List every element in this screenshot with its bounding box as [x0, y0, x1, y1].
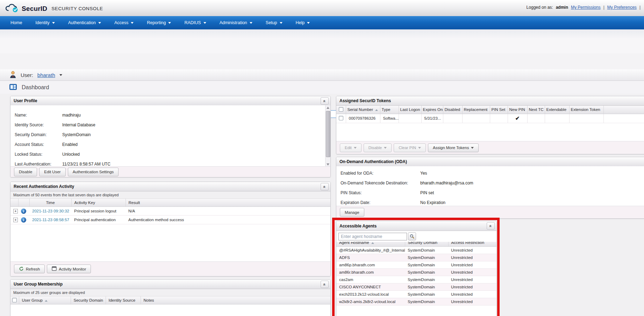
agent-row[interactable]: am86r.bharath.com SystemDomain Unrestric…: [336, 269, 496, 276]
field-label: Identity Source:: [15, 122, 44, 127]
field-label: On-Demand Tokencode Destination:: [341, 181, 408, 185]
quick-search-bar: ? Last Name Internal Database: [0, 53, 644, 70]
last-logon-column-header[interactable]: Last Logon: [399, 106, 421, 114]
activity-time-link[interactable]: 2021-11-23 09:30:32: [32, 209, 69, 213]
authentication-settings-button[interactable]: Authentication Settings: [68, 168, 119, 176]
new-pin-column-header[interactable]: New PIN: [508, 106, 527, 114]
info-icon[interactable]: i: [21, 217, 26, 223]
scroll-up-icon[interactable]: [327, 107, 329, 109]
session-info: Logged on as: admin My Permissions | My …: [527, 5, 641, 10]
manage-oda-button[interactable]: Manage: [340, 208, 364, 217]
nav-reporting[interactable]: Reporting: [147, 20, 171, 25]
disabled-column-header[interactable]: Disabled: [443, 106, 462, 114]
token-disable-button[interactable]: Disable: [364, 143, 392, 152]
agent-hostname-search-input[interactable]: [338, 233, 407, 240]
agent-hostname-cell: am86r.bharath.com: [336, 269, 405, 276]
time-column-header[interactable]: Time: [29, 199, 71, 207]
collapse-icon[interactable]: «: [321, 97, 329, 105]
agent-restriction-cell: Unrestricted: [448, 298, 496, 306]
chevron-down-icon: [471, 147, 474, 149]
collapse-icon[interactable]: «: [321, 281, 329, 288]
extension-token-column-header[interactable]: Extension Token: [569, 106, 603, 114]
brand-suffix: SECURITY CONSOLE: [51, 6, 103, 11]
result-column-header[interactable]: Result: [126, 199, 330, 207]
disable-user-button[interactable]: Disable: [14, 168, 37, 176]
token-row: 000709786326 Softwa... 5/31/23... ✔: [336, 114, 644, 123]
agent-restriction-cell: Unrestricted: [448, 283, 496, 291]
assign-more-tokens-button[interactable]: Assign More Tokens: [428, 143, 479, 152]
security-domain-column-header[interactable]: Security Domain: [71, 296, 106, 304]
assigned-tokens-title: Assigned SecurID Tokens: [339, 98, 391, 103]
token-pin-set-cell: [490, 114, 508, 123]
user-label: User:: [21, 72, 33, 78]
identity-source-column-header[interactable]: Identity Source: [106, 296, 141, 304]
user-group-column-header[interactable]: User Group: [19, 296, 71, 304]
security-console-app: SecurID SECURITY CONSOLE Logged on as: a…: [0, 0, 644, 316]
select-all-checkbox[interactable]: [339, 107, 343, 112]
page-title: Dashboard: [22, 84, 49, 91]
token-expires-cell: 5/31/23...: [421, 114, 443, 123]
agent-restriction-cell: Unrestricted: [448, 254, 496, 261]
row-checkbox[interactable]: [339, 116, 343, 120]
activity-key-column-header[interactable]: Activity Key: [71, 199, 126, 207]
scroll-down-icon[interactable]: [327, 163, 329, 166]
expand-icon[interactable]: +: [13, 218, 18, 222]
nav-setup[interactable]: Setup: [266, 20, 282, 25]
type-column-header[interactable]: Type: [380, 106, 399, 114]
chevron-down-icon[interactable]: [59, 74, 62, 76]
agent-row[interactable]: ADFS SystemDomain Unrestricted: [336, 254, 496, 261]
user-name-link[interactable]: bharath: [37, 72, 55, 78]
serial-number-column-header[interactable]: Serial Number: [346, 106, 380, 114]
agent-domain-cell: SystemDomain: [405, 276, 448, 283]
monitor-window-icon: [52, 266, 57, 272]
agent-row[interactable]: am86p.bharath.com SystemDomain Unrestric…: [336, 261, 496, 269]
notes-column-header[interactable]: Notes: [141, 296, 330, 304]
nav-administration[interactable]: Administration: [220, 20, 252, 25]
scrollbar[interactable]: [325, 105, 330, 167]
agent-row[interactable]: cas2am SystemDomain Unrestricted: [336, 276, 496, 283]
agents-table: Agent Hostname Security Domain Access Re…: [336, 239, 496, 306]
expires-on-column-header[interactable]: Expires On: [421, 106, 443, 114]
nav-authentication[interactable]: Authentication: [68, 20, 101, 25]
refresh-button[interactable]: Refresh: [14, 265, 45, 273]
my-preferences-link[interactable]: My Preferences: [607, 5, 637, 10]
nav-help[interactable]: Help: [296, 20, 310, 25]
agent-row[interactable]: exch2013.2k12-vcloud.local SystemDomain …: [336, 291, 496, 298]
select-all-checkbox[interactable]: [12, 298, 17, 302]
activity-row: + i 2021-11-23 08:58:57 Principal authen…: [10, 216, 330, 224]
nav-identity[interactable]: Identity: [35, 20, 55, 25]
main-nav: Home Identity Authentication Access Repo…: [0, 16, 644, 29]
info-icon[interactable]: i: [21, 209, 26, 214]
field-value: PIN set: [420, 190, 434, 195]
agent-row[interactable]: CISCO ANYCONNECT SystemDomain Unrestrict…: [336, 283, 496, 291]
replacement-column-header[interactable]: Replacement: [462, 106, 490, 114]
collapse-icon[interactable]: «: [487, 222, 495, 230]
agent-row[interactable]: w2k8r2-amis.2k8r2-vcloud.local SystemDom…: [336, 298, 496, 306]
chevron-down-icon: [168, 22, 171, 24]
scrollbar-thumb[interactable]: [326, 111, 330, 157]
assigned-tokens-panel: Assigned SecurID Tokens Serial Number Ty…: [336, 96, 644, 154]
recent-activity-table: Time Activity Key Result + i 2021-11-23 …: [10, 199, 330, 224]
field-value: Internal Database: [62, 122, 95, 127]
next-tc-column-header[interactable]: Next TC: [527, 106, 545, 114]
field-value: SystemDomain: [62, 132, 91, 137]
my-permissions-link[interactable]: My Permissions: [571, 5, 601, 10]
activity-time-link[interactable]: 2021-11-23 08:58:57: [32, 218, 69, 222]
activity-monitor-button[interactable]: Activity Monitor: [47, 265, 91, 273]
nav-home[interactable]: Home: [10, 20, 22, 25]
oda-panel: On-Demand Authentication (ODA) Enabled f…: [336, 157, 644, 219]
expand-icon[interactable]: +: [13, 209, 18, 213]
pin-set-column-header[interactable]: PIN Set: [490, 106, 508, 114]
token-edit-button[interactable]: Edit: [340, 143, 362, 152]
agent-restriction-cell: Unrestricted: [448, 247, 496, 254]
collapse-icon[interactable]: «: [321, 183, 329, 190]
agent-search-button[interactable]: [408, 232, 416, 240]
nav-radius[interactable]: RADIUS: [184, 20, 206, 25]
oda-footer: Manage: [336, 206, 644, 218]
edit-user-button[interactable]: Edit User: [39, 168, 65, 176]
extendable-column-header[interactable]: Extendable: [545, 106, 569, 114]
clear-pin-button[interactable]: Clear PIN: [394, 143, 426, 152]
nav-access[interactable]: Access: [114, 20, 134, 25]
oda-title: On-Demand Authentication (ODA): [339, 159, 407, 164]
agent-row[interactable]: @#RSAHighAvailability_#@_Internal... Sys…: [336, 247, 496, 254]
